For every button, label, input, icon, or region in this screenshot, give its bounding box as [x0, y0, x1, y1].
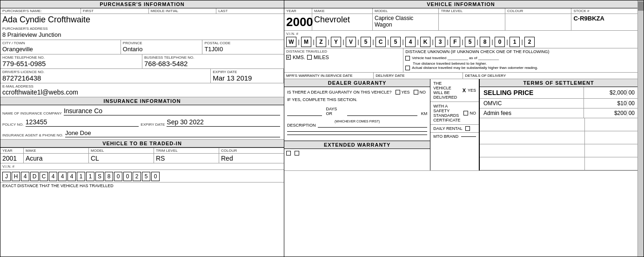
trade-vin-char-12: 0 [114, 172, 122, 181]
whichever-text: (WHICHEVER COMES FIRST) [287, 120, 427, 123]
daily-rental-checkbox[interactable] [465, 126, 470, 131]
licence-cell: DRIVER'S LICENCE No. 8727216438 [0, 69, 211, 83]
guaranty-no[interactable]: NO [414, 90, 426, 95]
guaranty-yes-label: YES [402, 90, 410, 95]
vin-sep-14: | [490, 37, 494, 47]
delivery-section: DEALER GUARANTY IS THERE A DEALER GUARAN… [284, 79, 637, 171]
trade-trim-label: TRIM LEVEL [154, 148, 219, 153]
make-label: MAKE [312, 8, 373, 14]
delivered-yes-label: YES [468, 88, 476, 93]
vehicle-vin-char-5: 5 [361, 37, 371, 47]
safety-row: WITH A SAFETY STANDARDS CERTIFICATE NO [430, 102, 479, 125]
guaranty-yes-checkbox[interactable] [396, 90, 400, 95]
scroll-thumb[interactable] [638, 1, 644, 11]
vin-sep-10: | [431, 37, 435, 47]
omvic-cents: 00 [627, 100, 635, 107]
selling-price-value: $2,000 [610, 89, 627, 96]
address-section: PURCHASER'S ADDRESS 8 Prairieview Juncti… [0, 26, 284, 40]
miles-checkbox[interactable] [307, 55, 312, 60]
vehicle-vin-char-3: Y [331, 37, 341, 47]
trade-vin-char-5: 4 [49, 172, 57, 181]
vin-sep-1: | [297, 37, 301, 47]
terms-empty-amount-3 [585, 144, 637, 157]
vehicle-vin-char-9: K [420, 37, 430, 47]
admin-fees-row: Admin fees $200 00 [480, 108, 637, 118]
province-value: Ontario [123, 45, 201, 53]
model-value: Caprice Classic Wagon [373, 14, 439, 30]
vin-boxes: W|M|Z|Y|V|5|C|5|4|K|3|F|5|8|0|1|2 [286, 37, 636, 47]
trade-vin-char-11: 8 [105, 172, 113, 181]
stock-value: C-R9BKZA [571, 14, 637, 30]
vin-sep-16: | [520, 37, 524, 47]
admin-fees-value: $200 [614, 110, 627, 116]
vehicle-vin-char-13: 8 [480, 37, 490, 47]
guaranty-question: IS THERE A DEALER GUARANTY ON THIS VEHIC… [287, 90, 427, 95]
dist-opt1-checkbox[interactable] [405, 56, 410, 61]
city-label: CITY / TOWN [2, 41, 119, 45]
terms-panel: TERMS OF SETTLEMENT SELLING PRICE $2,000… [479, 79, 637, 170]
model-label: MODEL [373, 8, 439, 14]
biz-phone-cell: BUSINESS TELEPHONE No. 768-683-5482 [142, 54, 284, 68]
selling-price-row: SELLING PRICE $2,000 00 [480, 87, 637, 99]
licence-value: 8727216438 [2, 74, 208, 82]
days-km-row: DAYS OR KM [287, 107, 427, 116]
vin-sep-2: | [312, 37, 315, 47]
admin-fees-label: Admin fees [480, 108, 584, 118]
delivery-date-label: DELIVERY DATE [376, 74, 461, 78]
vehicle-vin-char-15: 1 [510, 37, 520, 47]
extended-no-checkbox[interactable] [295, 151, 299, 156]
guaranty-no-checkbox[interactable] [414, 90, 418, 95]
dist-option2-row: Actual distance travelled may be substan… [405, 66, 636, 70]
vehicle-fields-header: YEAR MAKE MODEL TRIM LEVEL COLOUR STOCK … [284, 8, 637, 14]
desc-label: DESCRIPTION [287, 123, 316, 128]
city-value: Orangeville [2, 45, 119, 53]
vehicle-vin-char-12: 5 [465, 37, 475, 47]
terms-empty-amount-4 [585, 157, 637, 170]
middle-label: MIDDLE INITIAL [151, 9, 179, 13]
exact-dist: EXACT DISTANCE THAT THE VEHICLE HAS TRAV… [0, 183, 284, 189]
trade-vin-char-7: 4 [67, 172, 76, 181]
vehicle-vin-char-14: 0 [495, 37, 505, 47]
policy-row: POLICY NO. 123455 EXPIRY DATE Sep 30 202… [2, 118, 282, 127]
biz-phone-label: BUSINESS TELEPHONE No. [144, 55, 282, 60]
admin-cents: 00 [627, 110, 635, 116]
vehicle-vin-char-6: C [376, 37, 386, 47]
phone-row: HOME TELEPHONE No. 779-651-0985 BUSINESS… [0, 54, 284, 69]
policy-value: 123455 [26, 118, 139, 127]
terms-empty-label-2 [480, 131, 585, 144]
company-line: NAME OF INSURANCE COMPANY Insurance Co [2, 107, 282, 115]
terms-empty-amount-2 [585, 131, 637, 144]
km-underline [347, 115, 417, 116]
terms-empty-label-3 [480, 144, 585, 157]
mto-brand-label: MTO BRAND [433, 134, 458, 139]
extended-yes-checkbox[interactable] [286, 151, 291, 156]
trade-colour-value: Red [219, 154, 284, 163]
company-label: NAME OF INSURANCE COMPANY [2, 111, 62, 115]
kms-checkbox[interactable]: ✕ [286, 55, 291, 60]
trade-make-label: MAKE [24, 148, 89, 153]
policy-label: POLICY NO. [2, 122, 24, 127]
province-cell: PROVINCE Ontario [121, 40, 203, 54]
address-label: PURCHASER'S ADDRESS [2, 27, 282, 31]
guaranty-yes[interactable]: YES [396, 90, 410, 95]
vehicle-vin-char-10: 3 [435, 37, 445, 47]
vin-sep-4: | [342, 37, 345, 47]
make-value: Chevrolet [312, 14, 373, 30]
scrollbar[interactable] [637, 0, 644, 257]
purchaser-name: Ada Cyndie Crofthwaite [0, 14, 284, 26]
model-val: Caprice Classic [375, 15, 413, 21]
dist-label: DISTANCE TRAVELLED [286, 49, 401, 54]
right-panel: VEHICLE INFORMATION YEAR MAKE MODEL TRIM… [284, 0, 637, 257]
trade-vin-char-4: C [40, 172, 48, 181]
stock-val: C-R9BKZA [573, 15, 604, 22]
middle-left-content: DEALER GUARANTY IS THERE A DEALER GUARAN… [284, 79, 430, 170]
warranty-cell: MFR'S WARRANTY IN-SERVICE DATE [284, 73, 374, 79]
ins-expiry-value: Sep 30 2022 [167, 118, 280, 127]
trade-section: VEHICLE TO BE TRADED-IN YEAR MAKE MODEL … [0, 140, 284, 257]
insurance-body: NAME OF INSURANCE COMPANY Insurance Co P… [0, 105, 284, 139]
trade-year-label: YEAR [0, 148, 24, 153]
safety-checkbox[interactable] [463, 111, 468, 115]
dist-opt2-checkbox[interactable] [405, 66, 410, 70]
postal-cell: POSTAL CODE T1J0I0 [202, 40, 284, 54]
omvic-label: OMVIC [480, 99, 584, 108]
